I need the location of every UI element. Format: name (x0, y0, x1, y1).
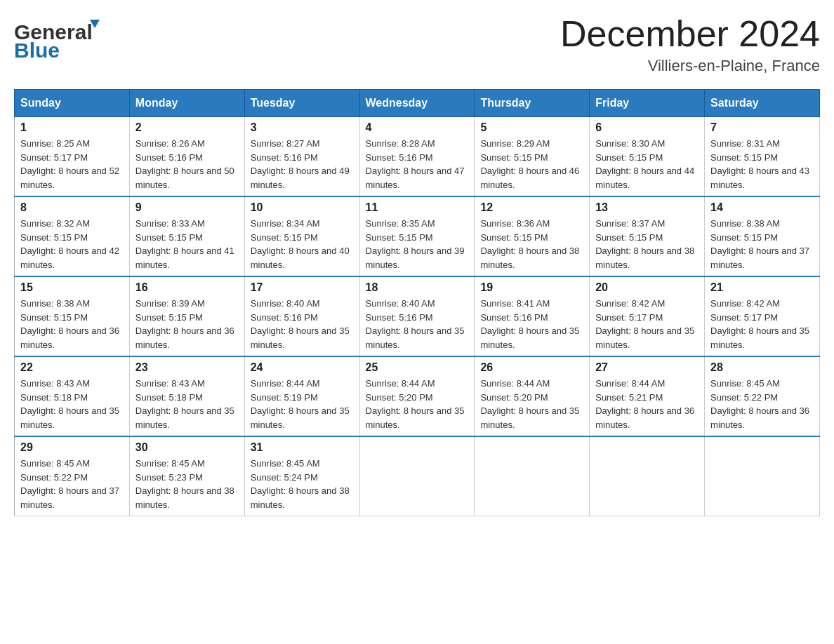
day-info: Sunrise: 8:33 AMSunset: 5:15 PMDaylight:… (135, 218, 234, 270)
weekday-header-wednesday: Wednesday (359, 90, 475, 117)
logo-svg: General Blue (14, 14, 105, 60)
day-cell-22: 22 Sunrise: 8:43 AMSunset: 5:18 PMDaylig… (15, 356, 130, 436)
day-cell-7: 7 Sunrise: 8:31 AMSunset: 5:15 PMDayligh… (705, 117, 820, 197)
day-cell-27: 27 Sunrise: 8:44 AMSunset: 5:21 PMDaylig… (590, 356, 705, 436)
day-info: Sunrise: 8:38 AMSunset: 5:15 PMDaylight:… (20, 298, 119, 350)
day-number: 1 (20, 121, 124, 134)
day-cell-23: 23 Sunrise: 8:43 AMSunset: 5:18 PMDaylig… (129, 356, 244, 436)
day-cell-31: 31 Sunrise: 8:45 AMSunset: 5:24 PMDaylig… (244, 436, 359, 516)
day-number: 13 (595, 201, 699, 214)
day-info: Sunrise: 8:38 AMSunset: 5:15 PMDaylight:… (710, 218, 809, 270)
day-cell-11: 11 Sunrise: 8:35 AMSunset: 5:15 PMDaylig… (359, 196, 475, 276)
day-info: Sunrise: 8:45 AMSunset: 5:22 PMDaylight:… (20, 458, 119, 510)
calendar-table: SundayMondayTuesdayWednesdayThursdayFrid… (14, 89, 820, 516)
day-number: 31 (251, 441, 354, 454)
day-cell-16: 16 Sunrise: 8:39 AMSunset: 5:15 PMDaylig… (129, 276, 244, 356)
day-cell-20: 20 Sunrise: 8:42 AMSunset: 5:17 PMDaylig… (590, 276, 705, 356)
page-header: General Blue December 2024 Villiers-en-P… (14, 14, 820, 75)
day-number: 3 (251, 121, 354, 134)
day-info: Sunrise: 8:44 AMSunset: 5:19 PMDaylight:… (251, 378, 350, 430)
empty-cell (475, 436, 590, 516)
day-info: Sunrise: 8:29 AMSunset: 5:15 PMDaylight:… (480, 138, 579, 190)
location-title: Villiers-en-Plaine, France (560, 57, 820, 75)
day-number: 11 (366, 201, 469, 214)
day-info: Sunrise: 8:44 AMSunset: 5:21 PMDaylight:… (595, 378, 694, 430)
day-info: Sunrise: 8:42 AMSunset: 5:17 PMDaylight:… (710, 298, 809, 350)
day-number: 19 (480, 281, 583, 294)
day-number: 23 (135, 361, 239, 374)
day-cell-30: 30 Sunrise: 8:45 AMSunset: 5:23 PMDaylig… (129, 436, 244, 516)
day-number: 14 (710, 201, 814, 214)
day-info: Sunrise: 8:40 AMSunset: 5:16 PMDaylight:… (366, 298, 465, 350)
day-info: Sunrise: 8:45 AMSunset: 5:22 PMDaylight:… (710, 378, 809, 430)
day-number: 28 (710, 361, 814, 374)
day-info: Sunrise: 8:44 AMSunset: 5:20 PMDaylight:… (480, 378, 579, 430)
day-number: 27 (595, 361, 699, 374)
day-number: 30 (135, 441, 239, 454)
day-cell-9: 9 Sunrise: 8:33 AMSunset: 5:15 PMDayligh… (129, 196, 244, 276)
day-cell-17: 17 Sunrise: 8:40 AMSunset: 5:16 PMDaylig… (244, 276, 359, 356)
day-cell-14: 14 Sunrise: 8:38 AMSunset: 5:15 PMDaylig… (705, 196, 820, 276)
day-number: 12 (480, 201, 583, 214)
day-info: Sunrise: 8:42 AMSunset: 5:17 PMDaylight:… (595, 298, 694, 350)
week-row-3: 15 Sunrise: 8:38 AMSunset: 5:15 PMDaylig… (15, 276, 820, 356)
day-info: Sunrise: 8:37 AMSunset: 5:15 PMDaylight:… (595, 218, 694, 270)
weekday-header-friday: Friday (590, 90, 705, 117)
day-number: 25 (366, 361, 469, 374)
weekday-header-sunday: Sunday (15, 90, 130, 117)
day-cell-1: 1 Sunrise: 8:25 AMSunset: 5:17 PMDayligh… (15, 117, 130, 197)
day-cell-28: 28 Sunrise: 8:45 AMSunset: 5:22 PMDaylig… (705, 356, 820, 436)
logo: General Blue (14, 14, 105, 60)
day-info: Sunrise: 8:45 AMSunset: 5:24 PMDaylight:… (251, 458, 350, 510)
day-number: 16 (135, 281, 239, 294)
month-year-title: December 2024 (560, 14, 820, 54)
day-info: Sunrise: 8:26 AMSunset: 5:16 PMDaylight:… (135, 138, 234, 190)
day-cell-19: 19 Sunrise: 8:41 AMSunset: 5:16 PMDaylig… (475, 276, 590, 356)
week-row-1: 1 Sunrise: 8:25 AMSunset: 5:17 PMDayligh… (15, 117, 820, 197)
day-cell-29: 29 Sunrise: 8:45 AMSunset: 5:22 PMDaylig… (15, 436, 130, 516)
title-block: December 2024 Villiers-en-Plaine, France (560, 14, 820, 75)
day-cell-15: 15 Sunrise: 8:38 AMSunset: 5:15 PMDaylig… (15, 276, 130, 356)
day-info: Sunrise: 8:45 AMSunset: 5:23 PMDaylight:… (135, 458, 234, 510)
empty-cell (590, 436, 705, 516)
day-number: 2 (135, 121, 239, 134)
day-number: 26 (480, 361, 583, 374)
day-number: 6 (595, 121, 699, 134)
day-info: Sunrise: 8:43 AMSunset: 5:18 PMDaylight:… (20, 378, 119, 430)
day-info: Sunrise: 8:28 AMSunset: 5:16 PMDaylight:… (366, 138, 465, 190)
day-number: 9 (135, 201, 239, 214)
weekday-header-saturday: Saturday (705, 90, 820, 117)
day-number: 15 (20, 281, 124, 294)
day-number: 22 (20, 361, 124, 374)
week-row-2: 8 Sunrise: 8:32 AMSunset: 5:15 PMDayligh… (15, 196, 820, 276)
day-cell-6: 6 Sunrise: 8:30 AMSunset: 5:15 PMDayligh… (590, 117, 705, 197)
day-info: Sunrise: 8:31 AMSunset: 5:15 PMDaylight:… (710, 138, 809, 190)
day-cell-24: 24 Sunrise: 8:44 AMSunset: 5:19 PMDaylig… (244, 356, 359, 436)
day-cell-5: 5 Sunrise: 8:29 AMSunset: 5:15 PMDayligh… (475, 117, 590, 197)
day-cell-13: 13 Sunrise: 8:37 AMSunset: 5:15 PMDaylig… (590, 196, 705, 276)
day-info: Sunrise: 8:44 AMSunset: 5:20 PMDaylight:… (366, 378, 465, 430)
day-number: 10 (251, 201, 354, 214)
day-info: Sunrise: 8:36 AMSunset: 5:15 PMDaylight:… (480, 218, 579, 270)
day-cell-8: 8 Sunrise: 8:32 AMSunset: 5:15 PMDayligh… (15, 196, 130, 276)
day-info: Sunrise: 8:39 AMSunset: 5:15 PMDaylight:… (135, 298, 234, 350)
day-info: Sunrise: 8:32 AMSunset: 5:15 PMDaylight:… (20, 218, 119, 270)
day-number: 18 (366, 281, 469, 294)
day-number: 4 (366, 121, 469, 134)
day-cell-26: 26 Sunrise: 8:44 AMSunset: 5:20 PMDaylig… (475, 356, 590, 436)
day-info: Sunrise: 8:40 AMSunset: 5:16 PMDaylight:… (251, 298, 350, 350)
day-number: 21 (710, 281, 814, 294)
day-cell-3: 3 Sunrise: 8:27 AMSunset: 5:16 PMDayligh… (244, 117, 359, 197)
week-row-5: 29 Sunrise: 8:45 AMSunset: 5:22 PMDaylig… (15, 436, 820, 516)
svg-text:Blue: Blue (14, 39, 60, 60)
weekday-header-tuesday: Tuesday (244, 90, 359, 117)
empty-cell (705, 436, 820, 516)
day-cell-10: 10 Sunrise: 8:34 AMSunset: 5:15 PMDaylig… (244, 196, 359, 276)
day-cell-12: 12 Sunrise: 8:36 AMSunset: 5:15 PMDaylig… (475, 196, 590, 276)
day-info: Sunrise: 8:41 AMSunset: 5:16 PMDaylight:… (480, 298, 579, 350)
week-row-4: 22 Sunrise: 8:43 AMSunset: 5:18 PMDaylig… (15, 356, 820, 436)
day-number: 29 (20, 441, 124, 454)
day-info: Sunrise: 8:27 AMSunset: 5:16 PMDaylight:… (251, 138, 350, 190)
day-info: Sunrise: 8:30 AMSunset: 5:15 PMDaylight:… (595, 138, 694, 190)
day-info: Sunrise: 8:34 AMSunset: 5:15 PMDaylight:… (251, 218, 350, 270)
